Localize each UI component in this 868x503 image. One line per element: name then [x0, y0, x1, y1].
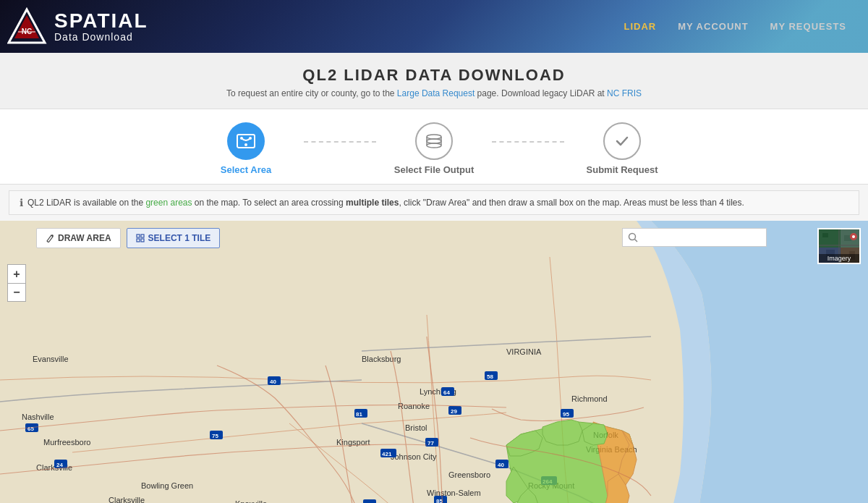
imagery-label: Imagery [819, 254, 859, 263]
logo-sub-text: Data Download [54, 31, 148, 43]
step3-label: Submit Request [587, 164, 658, 175]
step-select-area[interactable]: Select Area [188, 122, 304, 175]
svg-rect-117 [137, 239, 140, 242]
step1-icon [227, 122, 265, 160]
svg-text:Blacksburg: Blacksburg [362, 355, 401, 363]
logo-spatial-text: SPATIAL [54, 11, 148, 31]
search-icon [628, 232, 638, 242]
svg-text:40: 40 [498, 462, 504, 468]
map-buttons-row: DRAW AREA SELECT 1 TILE [36, 228, 220, 248]
select-tile-button[interactable]: SELECT 1 TILE [127, 228, 221, 248]
svg-text:Nashville: Nashville [22, 413, 54, 421]
title-section: QL2 LIDAR DATA DOWNLOAD To request an en… [0, 53, 868, 109]
svg-point-9 [427, 139, 441, 143]
select-tile-label: SELECT 1 TILE [148, 233, 211, 243]
svg-text:29: 29 [451, 408, 457, 415]
svg-point-119 [629, 234, 636, 240]
nav-my-requests[interactable]: MY REQUESTS [770, 21, 846, 32]
svg-text:Johnson City: Johnson City [391, 452, 437, 461]
pencil-icon [46, 234, 54, 242]
svg-rect-116 [141, 234, 144, 237]
nav-links: LIDAR MY ACCOUNT MY REQUESTS [624, 21, 847, 32]
draw-area-button[interactable]: DRAW AREA [36, 228, 121, 248]
svg-text:Murfreesboro: Murfreesboro [43, 438, 90, 447]
step2-label: Select File Output [394, 164, 475, 175]
map-search-input[interactable] [622, 228, 767, 247]
nav-my-account[interactable]: MY ACCOUNT [678, 21, 748, 32]
grid-icon [136, 234, 145, 242]
step1-label: Select Area [221, 164, 271, 175]
logo-icon: NC [7, 7, 47, 46]
subtitle-prefix: To request an entire city or county, go … [226, 88, 397, 98]
svg-text:Roanoke: Roanoke [398, 402, 430, 410]
logo-area: NC SPATIAL Data Download [7, 7, 148, 46]
map-container[interactable]: Evansville Bowling Green Nashville Murfr… [0, 221, 868, 503]
logo-text: SPATIAL Data Download [54, 11, 148, 43]
info-bar: ℹ QL2 LiDAR is available on the green ar… [9, 190, 859, 215]
info-icon: ℹ [20, 197, 23, 208]
page-subtitle: To request an entire city or county, go … [14, 88, 854, 98]
svg-text:75: 75 [212, 433, 218, 439]
svg-line-120 [635, 240, 638, 242]
svg-text:65: 65 [27, 426, 34, 432]
svg-text:64: 64 [443, 389, 450, 396]
svg-point-6 [249, 137, 252, 140]
svg-text:40: 40 [270, 379, 276, 385]
search-box-container [622, 228, 767, 247]
svg-rect-115 [137, 234, 140, 237]
step3-icon [603, 122, 641, 160]
large-data-request-link[interactable]: Large Data Request [397, 88, 475, 98]
subtitle-middle: page. Download legacy LiDAR at [475, 88, 607, 98]
map-background: Evansville Bowling Green Nashville Murfr… [0, 221, 868, 503]
imagery-thumbnail[interactable]: Imagery [817, 228, 861, 264]
svg-text:Greensboro: Greensboro [448, 470, 490, 479]
step-file-output[interactable]: Select File Output [376, 122, 492, 175]
svg-text:95: 95 [563, 411, 569, 418]
svg-point-133 [852, 235, 855, 238]
green-areas-link[interactable]: green areas [145, 198, 192, 208]
draw-area-label: DRAW AREA [58, 233, 111, 243]
svg-rect-118 [141, 239, 144, 242]
nav-lidar[interactable]: LIDAR [624, 21, 657, 32]
zoom-out-button[interactable]: − [7, 283, 26, 302]
step2-icon [415, 122, 453, 160]
svg-text:81: 81 [356, 411, 362, 418]
svg-text:VIRGINIA: VIRGINIA [506, 347, 542, 356]
svg-text:Richmond: Richmond [571, 394, 608, 403]
svg-rect-126 [822, 233, 828, 237]
svg-point-5 [240, 137, 243, 140]
zoom-controls: + − [7, 264, 26, 302]
svg-text:24: 24 [56, 462, 63, 468]
steps-section: Select Area Select File Output Submit Re… [0, 109, 868, 185]
step-connector-1 [304, 141, 376, 143]
svg-rect-122 [819, 229, 841, 248]
svg-text:Bowling Green: Bowling Green [141, 481, 193, 490]
svg-text:Evansville: Evansville [33, 355, 69, 363]
svg-point-8 [427, 135, 441, 139]
svg-point-10 [427, 143, 441, 148]
svg-text:77: 77 [427, 440, 434, 447]
info-text: QL2 LiDAR is available on the green area… [27, 198, 744, 208]
step-submit[interactable]: Submit Request [564, 122, 680, 175]
svg-point-7 [244, 143, 247, 146]
svg-text:58: 58 [487, 373, 493, 380]
svg-text:421: 421 [382, 451, 392, 457]
step-connector-2 [492, 141, 564, 143]
nc-fris-link[interactable]: NC FRIS [607, 88, 642, 98]
svg-text:Knoxville: Knoxville [235, 499, 267, 503]
svg-text:Bristol: Bristol [405, 423, 427, 432]
page-title: QL2 LIDAR DATA DOWNLOAD [14, 66, 854, 85]
header: NC SPATIAL Data Download LIDAR MY ACCOUN… [0, 0, 868, 53]
svg-text:Clarksville: Clarksville [109, 496, 145, 503]
zoom-in-button[interactable]: + [7, 264, 26, 283]
